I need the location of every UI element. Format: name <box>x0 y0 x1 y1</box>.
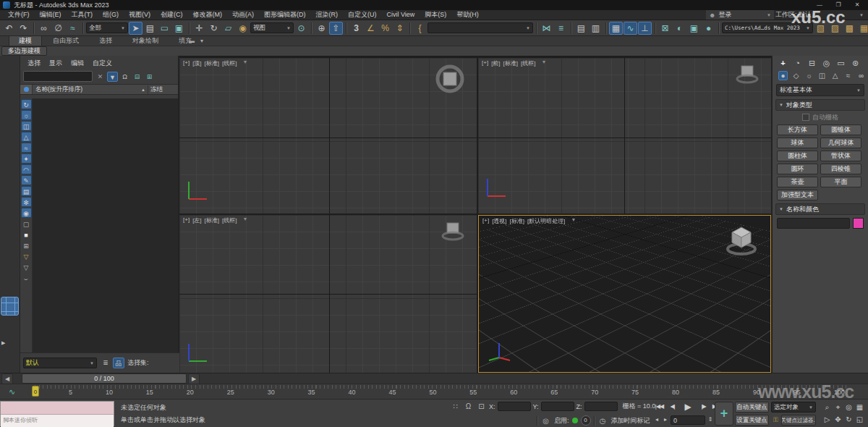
ribbon-subtab-poly-modeling[interactable]: 多边形建模 <box>1 46 47 56</box>
schematic-view-icon[interactable]: ⊥ <box>638 22 652 35</box>
viewcube[interactable] <box>735 64 760 87</box>
select-and-rotate-icon[interactable]: ↻ <box>207 22 221 35</box>
select-and-scale-icon[interactable]: ▱ <box>221 22 235 35</box>
previous-key-icon[interactable]: ◂ <box>653 415 660 425</box>
viewport-front[interactable]: [+][前][标准][线框] ▼ <box>478 58 771 214</box>
render-frame-window-icon[interactable]: ▣ <box>687 22 701 35</box>
object-name-field[interactable] <box>777 218 850 229</box>
render-setup-icon[interactable]: ◐ <box>673 22 686 35</box>
maximize-viewport-toggle-icon[interactable]: ◱ <box>854 413 865 426</box>
percent-snap-icon[interactable]: % <box>378 22 392 35</box>
menu-item[interactable]: 编辑(E) <box>35 10 67 20</box>
ribbon-collapse-icon[interactable]: ▾ <box>197 37 207 45</box>
collapse-all-icon[interactable]: ⊟ <box>132 72 142 82</box>
object-class-dropdown[interactable]: 标准基本体 ▼ <box>776 84 864 96</box>
menu-item[interactable]: 文件(F) <box>3 10 35 20</box>
explorer-menu-item[interactable]: 编辑 <box>71 59 84 68</box>
zoom-icon[interactable]: ⌕ <box>822 401 833 413</box>
next-key-icon[interactable]: ▸ <box>662 415 669 425</box>
tab-display[interactable]: ▭ <box>836 59 846 68</box>
set-key-button[interactable]: 设置关键点 <box>735 415 769 426</box>
select-object-icon[interactable]: ➤ <box>129 22 142 35</box>
orbit-icon[interactable]: ↻ <box>843 413 854 426</box>
selection-set-network-icon[interactable]: 品 <box>113 358 124 368</box>
keyboard-shortcut-override-icon[interactable]: ⇧ <box>329 22 343 35</box>
primitive-button[interactable]: 长方体 <box>777 124 818 135</box>
auto-key-button[interactable]: 自动关键点 <box>735 402 769 413</box>
ribbon-tab-selection[interactable]: 选择 <box>90 36 122 46</box>
explorer-menu-item[interactable]: 显示 <box>49 59 62 68</box>
named-selection-sets-dropdown[interactable]: ▼ <box>427 22 533 33</box>
ribbon-tab-object-paint[interactable]: 对象绘制 <box>123 36 168 46</box>
menu-item[interactable]: Civil View <box>382 10 420 20</box>
redo-icon[interactable]: ↷ <box>17 22 30 35</box>
tab-modify[interactable]: ◔ <box>793 59 802 68</box>
viewport-label-part[interactable]: [标准] <box>510 217 524 225</box>
viewport-label-part[interactable]: [+] <box>482 217 489 225</box>
tab-motion[interactable]: ◎ <box>822 59 831 68</box>
time-slider-handle[interactable]: 0 / 100 <box>22 373 187 384</box>
tab-create[interactable]: + <box>778 59 788 68</box>
selected-objects-dropdown[interactable]: 选定对象 ▼ <box>771 402 816 413</box>
object-list[interactable] <box>33 98 178 352</box>
primitive-button[interactable]: 几何球体 <box>820 138 861 148</box>
select-and-manipulate-icon[interactable]: ⊕ <box>315 22 328 35</box>
fov-icon[interactable]: ▷ <box>822 413 833 426</box>
tab-helpers[interactable]: △ <box>830 71 840 80</box>
current-frame-marker[interactable]: 0 <box>32 386 39 397</box>
tab-geometry[interactable]: ● <box>778 71 788 80</box>
zoom-all-icon[interactable]: ⌖ <box>833 401 843 413</box>
next-frame-arrow[interactable]: ▶ <box>188 373 200 384</box>
ribbon-state-icon[interactable]: ▬ <box>187 37 197 45</box>
play-button[interactable]: ▶ <box>679 401 697 413</box>
select-and-place-icon[interactable]: ◉ <box>236 22 250 35</box>
filter-cameras-icon[interactable]: ◫ <box>21 121 32 131</box>
menu-item[interactable]: 组(G) <box>98 10 124 20</box>
dots-grid-icon[interactable]: ∷ <box>450 402 461 410</box>
menu-item[interactable]: 脚本(S) <box>420 10 451 20</box>
toggle-scene-explorer-icon[interactable]: ▤ <box>574 22 588 35</box>
material-editor-icon[interactable]: ⊠ <box>658 22 672 35</box>
tab-cameras[interactable]: ◫ <box>817 71 827 80</box>
viewport-menu-icon[interactable]: ▼ <box>242 216 247 224</box>
filter-particle-systems-icon[interactable]: ✦ <box>21 153 32 164</box>
filter-space-warps-icon[interactable]: ≈ <box>21 143 32 153</box>
viewport-label-part[interactable]: [+] <box>482 59 488 67</box>
menu-item[interactable]: 工具(T) <box>67 10 98 20</box>
ribbon-tab-freeform[interactable]: 自由形式 <box>43 36 88 46</box>
snaps-toggle-icon[interactable]: 3 <box>349 22 363 35</box>
panel-expand-icon[interactable]: ▶ <box>1 340 5 346</box>
viewport-label-part[interactable]: [标准] <box>205 216 219 224</box>
mini-curve-editor-icon[interactable]: ∿ <box>9 387 15 397</box>
zoom-extents-icon[interactable]: ◎ <box>843 401 854 413</box>
project-settings-icon[interactable]: ▦ <box>857 22 868 35</box>
listener-script-pane[interactable]: 脚本迷你侦听 <box>1 415 114 427</box>
primitive-button[interactable]: 茶壶 <box>777 177 818 187</box>
previous-frame-arrow[interactable]: ◀ <box>1 373 13 384</box>
menu-item[interactable]: 自定义(U) <box>343 10 382 20</box>
explorer-preset-dropdown[interactable]: 默认 ▼ <box>23 358 97 368</box>
pick-container-icon[interactable]: ⌣ <box>21 273 32 283</box>
selection-lock-icon[interactable]: Ω <box>463 402 474 410</box>
render-production-icon[interactable]: ● <box>702 22 715 35</box>
lock-explorer-icon[interactable]: Ω <box>119 72 130 82</box>
sort-by-type-icon[interactable]: ▢ <box>21 219 32 229</box>
window-crossing-icon[interactable]: ▣ <box>172 22 186 35</box>
previous-frame-button[interactable]: ◀| <box>666 401 678 413</box>
current-frame-field[interactable]: 0 <box>671 415 705 425</box>
explorer-column-header[interactable]: 名称(按升序排序) ▲ 冻结 <box>20 84 178 95</box>
filter-frozen-icon[interactable]: ✻ <box>21 197 32 207</box>
viewport-label-part[interactable]: [线框] <box>521 59 535 67</box>
expand-all-icon[interactable]: ⊞ <box>144 72 155 82</box>
viewcube[interactable] <box>724 223 759 256</box>
primitive-button[interactable]: 加强型文本 <box>777 190 818 200</box>
viewport-label-part[interactable]: [透视] <box>492 217 506 225</box>
close-button[interactable]: ✕ <box>848 0 867 9</box>
viewport-top[interactable]: [+][顶][标准][线框] ▼ <box>179 58 477 214</box>
viewport-label-part[interactable]: [+] <box>183 59 190 67</box>
select-and-move-icon[interactable]: ✛ <box>192 22 206 35</box>
primitive-button[interactable]: 管状体 <box>820 151 861 161</box>
viewcube[interactable] <box>433 62 467 96</box>
display-thumbnail-icon[interactable]: ■ <box>21 229 32 240</box>
menu-item[interactable]: 创建(C) <box>156 10 188 20</box>
